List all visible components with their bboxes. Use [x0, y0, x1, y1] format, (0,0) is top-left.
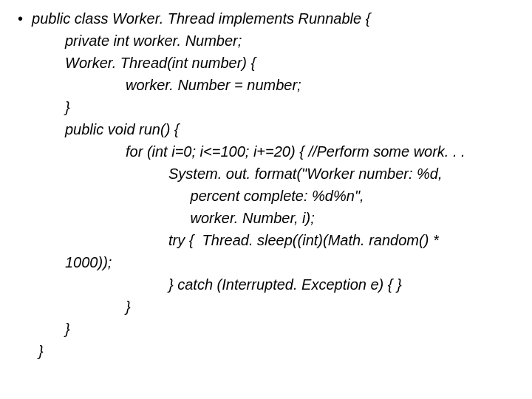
code-text: for (int i=0; i<=100; i+=20) { //Perform…: [126, 140, 466, 163]
code-line: worker. Number = number;: [15, 74, 517, 96]
code-line: } catch (Interrupted. Exception e) { }: [15, 273, 517, 296]
code-text: worker. Number = number;: [126, 74, 301, 96]
code-line: 1000));: [15, 251, 517, 273]
code-text: System. out. format("Worker number: %d,: [168, 163, 443, 185]
code-line: Worker. Thread(int number) {: [15, 52, 517, 74]
code-text: private int worker. Number;: [65, 30, 242, 52]
code-line: }: [15, 296, 517, 318]
bullet-icon: •: [18, 7, 23, 30]
code-text: }: [126, 296, 131, 318]
code-line: }: [15, 340, 517, 362]
code-text: }: [65, 318, 70, 340]
code-text: percent complete: %d%n",: [186, 185, 364, 207]
code-line: percent complete: %d%n",: [15, 185, 517, 207]
code-line: • public class Worker. Thread implements…: [15, 7, 517, 30]
code-text: public void run() {: [65, 118, 180, 140]
code-line: System. out. format("Worker number: %d,: [15, 163, 517, 185]
code-text: 1000));: [65, 251, 112, 273]
code-text: } catch (Interrupted. Exception e) { }: [168, 273, 402, 296]
code-line: }: [15, 318, 517, 340]
code-text: worker. Number, i);: [186, 207, 315, 229]
code-line: }: [15, 96, 517, 118]
code-text: public class Worker. Thread implements R…: [32, 7, 370, 30]
code-block: • public class Worker. Thread implements…: [15, 7, 517, 362]
code-line: worker. Number, i);: [15, 207, 517, 229]
code-text: }: [65, 96, 70, 118]
code-text: }: [38, 340, 44, 362]
code-line: for (int i=0; i<=100; i+=20) { //Perform…: [15, 140, 517, 163]
code-line: private int worker. Number;: [15, 30, 517, 52]
code-text: Worker. Thread(int number) {: [65, 52, 256, 74]
code-line: public void run() {: [15, 118, 517, 140]
code-line: try { Thread. sleep((int)(Math. random()…: [15, 229, 517, 251]
code-text: try { Thread. sleep((int)(Math. random()…: [168, 229, 439, 251]
